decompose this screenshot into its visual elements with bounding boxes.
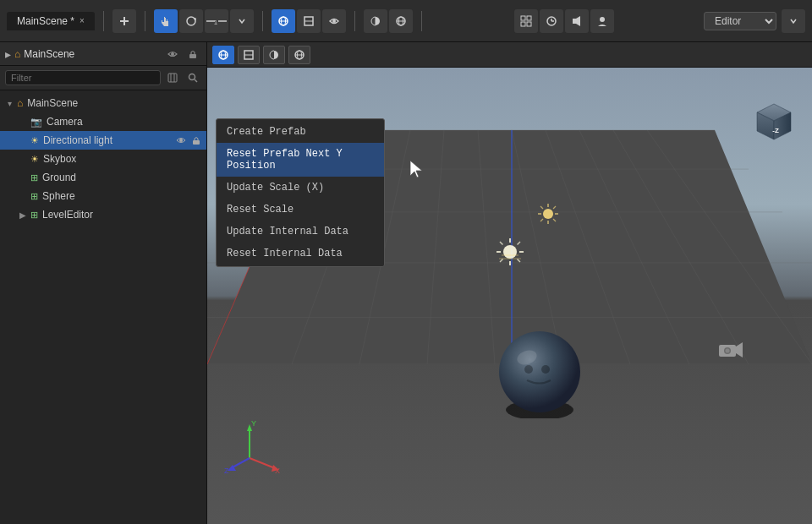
svg-point-73	[499, 331, 580, 412]
split-view-button-group	[364, 9, 413, 33]
scale-tool-button[interactable]: 1	[205, 9, 228, 33]
ground-visibility-btn[interactable]	[174, 171, 188, 184]
eye-view-button[interactable]	[322, 9, 346, 33]
hierarchy-item-sphere[interactable]: ⊞ Sphere	[0, 187, 206, 205]
toolbar-separator-3	[262, 11, 263, 31]
level-lock-btn[interactable]	[189, 208, 203, 221]
directional-light-label: Directional light	[43, 134, 173, 146]
skybox-label: Skybox	[43, 153, 173, 165]
svg-point-88	[543, 209, 553, 219]
tab-label: MainScene *	[17, 15, 74, 27]
sphere-visibility-btn[interactable]	[174, 189, 188, 203]
light-lock-btn[interactable]	[189, 134, 203, 147]
svg-point-24	[600, 17, 605, 22]
scene-home-icon: ⌂	[14, 48, 20, 60]
hand-tool-button[interactable]	[154, 9, 178, 33]
scene-axis-indicator: Y X Z	[224, 416, 283, 478]
nav-cube-label: -Z	[772, 127, 779, 134]
hierarchy-item-leveleditor[interactable]: ▶ ⊞ LevelEditor	[0, 205, 206, 224]
camera-lock-btn[interactable]	[189, 115, 203, 128]
level-scene-icon: ⊞	[30, 210, 38, 221]
svg-point-44	[179, 213, 183, 216]
layers-view-button[interactable]	[297, 9, 321, 33]
audio-button[interactable]	[565, 9, 589, 33]
camera-label: Camera	[47, 116, 173, 128]
transform-tools: 1	[154, 9, 254, 33]
svg-text:Y: Y	[251, 419, 256, 428]
ground-label: Ground	[42, 172, 173, 183]
grid-layout-button[interactable]	[514, 9, 538, 33]
svg-line-31	[195, 79, 197, 82]
svg-rect-39	[193, 159, 200, 163]
half-circle-button[interactable]	[364, 9, 387, 33]
scene-half-circle-button[interactable]	[263, 46, 285, 64]
hierarchy-item-ground[interactable]: ⊞ Ground	[0, 168, 206, 187]
rotate-tool-button[interactable]	[179, 9, 203, 33]
scene-globe-button[interactable]	[212, 46, 234, 64]
hierarchy-list: ▾ ⌂ MainScene 📷 Camera	[0, 90, 206, 524]
scene-globe2-button[interactable]	[288, 46, 310, 64]
hierarchy-item-mainscene[interactable]: ▾ ⌂ MainScene	[0, 94, 206, 112]
svg-line-82	[500, 242, 503, 245]
svg-line-93	[540, 206, 543, 209]
svg-text:X: X	[275, 467, 280, 475]
svg-point-30	[189, 74, 195, 80]
svg-point-38	[179, 157, 183, 161]
lock-toggle-button[interactable]	[184, 46, 201, 63]
hierarchy-item-skybox[interactable]: ☀ Skybox	[0, 150, 206, 168]
hierarchy-item-directional-light[interactable]: ☀ Directional light	[0, 131, 206, 150]
svg-rect-35	[193, 122, 200, 126]
tab-close-button[interactable]: ×	[80, 16, 85, 25]
svg-rect-15	[521, 16, 525, 20]
scene-view[interactable]: Y X Z	[207, 42, 812, 524]
light-visibility-btn[interactable]	[174, 134, 188, 147]
sphere-lock-btn[interactable]	[189, 189, 203, 203]
skybox-lock-btn[interactable]	[189, 152, 203, 166]
sun-icon-2	[537, 203, 559, 227]
leveleditor-label: LevelEditor	[42, 209, 173, 221]
ctx-update-scale[interactable]: Update Scale (X)	[217, 177, 384, 199]
nav-cube[interactable]: -Z	[749, 97, 799, 150]
ground-scene-icon: ⊞	[30, 172, 38, 183]
account-button[interactable]	[590, 9, 614, 33]
sun-icon-1	[495, 237, 525, 270]
filter-input[interactable]	[5, 70, 161, 85]
editor-dropdown-arrow[interactable]	[782, 9, 805, 33]
skybox-visibility-btn[interactable]	[174, 152, 188, 166]
scene-canvas[interactable]: Y X Z	[207, 68, 812, 524]
ctx-reset-scale[interactable]: Reset Scale	[217, 199, 384, 221]
search-button[interactable]	[184, 69, 201, 86]
camera-visibility-btn[interactable]	[174, 115, 188, 128]
scene-icon: ▸	[5, 47, 11, 61]
item-lock-btn[interactable]	[189, 96, 203, 110]
ctx-update-internal[interactable]: Update Internal Data	[217, 221, 384, 243]
visibility-toggle-button[interactable]	[164, 46, 181, 63]
svg-point-32	[179, 101, 183, 105]
globe2-button[interactable]	[389, 9, 413, 33]
ctx-create-prefab[interactable]: Create Prefab	[217, 121, 384, 143]
filter-options-button[interactable]	[164, 69, 181, 86]
toolbar-separator-1	[103, 11, 104, 31]
level-visibility-btn[interactable]	[174, 208, 188, 221]
editor-mode-dropdown[interactable]: Editor	[704, 12, 776, 30]
main-scene-tab[interactable]: MainScene * ×	[7, 12, 95, 30]
svg-rect-22	[573, 19, 576, 24]
ctx-reset-internal[interactable]: Reset Internal Data	[217, 243, 384, 265]
ground-lock-btn[interactable]	[189, 171, 203, 184]
hierarchy-panel: ▸ ⌂ MainScene	[0, 42, 207, 524]
add-button[interactable]	[112, 9, 136, 33]
svg-rect-33	[193, 103, 200, 107]
hierarchy-item-camera[interactable]: 📷 Camera	[0, 112, 206, 131]
scene-view-toolbar	[207, 42, 812, 68]
svg-line-105	[250, 458, 275, 468]
scene-layers-button[interactable]	[238, 46, 260, 64]
svg-rect-45	[193, 215, 200, 219]
expand-arrow-level: ▶	[17, 210, 29, 220]
scale-dropdown-button[interactable]	[230, 9, 254, 33]
svg-marker-101	[410, 161, 422, 177]
globe-view-button[interactable]	[272, 9, 295, 33]
ctx-reset-prefab-pos[interactable]: Reset Prefab Next Y Position	[217, 143, 384, 177]
stats-button[interactable]	[540, 9, 563, 33]
item-visibility-btn[interactable]	[174, 96, 188, 110]
home-icon: ⌂	[17, 97, 23, 109]
